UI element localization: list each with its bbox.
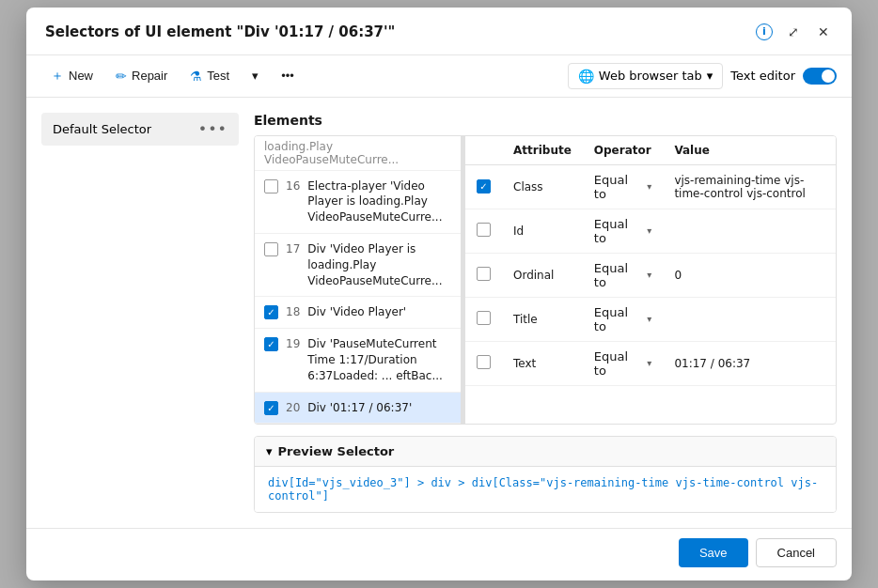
attr-0-checkbox[interactable]: ✓ xyxy=(477,179,491,193)
row-18-checkbox[interactable]: ✓ xyxy=(264,305,278,319)
toolbar-right: 🌐 Web browser tab ▾ Text editor xyxy=(568,63,837,89)
elements-list: loading.Play VideoPauseMuteCurre... 16 E… xyxy=(255,136,462,425)
preview-content: div[Id="vjs_video_3"] > div > div[Class=… xyxy=(255,467,836,512)
test-button[interactable]: ⚗ Test xyxy=(180,64,239,88)
row-18-text: Div 'Video Player' xyxy=(307,304,406,320)
table-row[interactable]: 17 Div 'Video Player is loading.Play Vid… xyxy=(255,234,461,297)
attr-col-checkbox xyxy=(465,136,502,165)
attributes-table: Attribute Operator Value ✓ClassEqual to▾… xyxy=(465,136,836,386)
row-20-text: Div '01:17 / 06:37' xyxy=(307,400,412,416)
attr-2-checkbox[interactable] xyxy=(477,267,491,281)
attr-3-name: Title xyxy=(502,297,583,341)
attr-row: ✓ClassEqual to▾vjs-remaining-time vjs-ti… xyxy=(465,164,836,209)
attr-1-operator[interactable]: Equal to▾ xyxy=(583,209,664,253)
repair-label: Repair xyxy=(132,69,167,83)
text-editor-label: Text editor xyxy=(730,69,795,83)
attr-row: OrdinalEqual to▾0 xyxy=(465,253,836,297)
attr-table-header: Attribute Operator Value xyxy=(465,136,836,165)
attr-0-operator[interactable]: Equal to▾ xyxy=(583,164,664,209)
attr-4-operator[interactable]: Equal to▾ xyxy=(583,341,664,385)
row-18-num: 18 xyxy=(286,305,300,318)
default-selector-item[interactable]: Default Selector ••• xyxy=(41,113,239,146)
more-options-button[interactable]: ▾ xyxy=(243,64,268,87)
cancel-button[interactable]: Cancel xyxy=(756,538,837,567)
preview-section: ▾ Preview Selector div[Id="vjs_video_3"]… xyxy=(254,436,837,513)
web-browser-tab-chevron: ▾ xyxy=(707,69,713,83)
row-20-checkbox[interactable]: ✓ xyxy=(264,401,278,415)
row-19-checkbox[interactable]: ✓ xyxy=(264,337,278,351)
attr-4-value: 01:17 / 06:37 xyxy=(663,341,836,385)
dots-icon: ••• xyxy=(281,69,294,83)
titlebar-actions: ⤢ ✕ xyxy=(780,19,837,45)
attr-row: TitleEqual to▾ xyxy=(465,297,836,341)
selector-label: Default Selector xyxy=(53,122,151,136)
attr-4-checkbox[interactable] xyxy=(477,355,491,369)
attr-2-name: Ordinal xyxy=(502,253,583,297)
attributes-area: Attribute Operator Value ✓ClassEqual to▾… xyxy=(465,136,836,425)
operator-label: Equal to xyxy=(594,217,644,245)
attr-col-value: Value xyxy=(663,136,836,165)
text-editor-toggle[interactable] xyxy=(803,68,837,85)
table-row[interactable]: ✓ 20 Div '01:17 / 06:37' xyxy=(255,393,461,425)
attr-1-checkbox[interactable] xyxy=(477,223,491,237)
plus-icon: ＋ xyxy=(51,68,64,85)
row-17-checkbox[interactable] xyxy=(264,242,278,256)
repair-button[interactable]: ✏ Repair xyxy=(106,64,177,88)
selector-dots-icon: ••• xyxy=(198,120,227,138)
attr-0-name: Class xyxy=(502,164,583,209)
table-row[interactable]: ✓ 19 Div 'PauseMuteCurrent Time 1:17/Dur… xyxy=(255,329,461,392)
attr-col-operator: Operator xyxy=(583,136,664,165)
dots-menu-button[interactable]: ••• xyxy=(272,64,304,87)
attr-3-checkbox[interactable] xyxy=(477,311,491,325)
web-browser-tab-label: Web browser tab xyxy=(599,69,702,83)
row-20-num: 20 xyxy=(286,401,300,414)
save-button[interactable]: Save xyxy=(679,538,748,567)
row-16-text: Electra-player 'Video Player is loading.… xyxy=(307,178,451,225)
attr-row: IdEqual to▾ xyxy=(465,209,836,253)
text-editor-section: Text editor xyxy=(730,68,837,85)
preview-header[interactable]: ▾ Preview Selector xyxy=(255,437,836,467)
web-browser-tab[interactable]: 🌐 Web browser tab ▾ xyxy=(568,63,723,89)
attr-3-value xyxy=(663,297,836,341)
operator-label: Equal to xyxy=(594,261,644,289)
minimize-button[interactable]: ⤢ xyxy=(780,19,807,45)
dialog-body: Default Selector ••• Elements loading.Pl… xyxy=(26,98,852,529)
row-17-text: Div 'Video Player is loading.Play VideoP… xyxy=(307,241,451,288)
attr-col-name: Attribute xyxy=(502,136,583,165)
elements-truncated-top: loading.Play VideoPauseMuteCurre... xyxy=(255,136,461,171)
chevron-down-icon: ▾ xyxy=(252,69,259,83)
globe-icon: 🌐 xyxy=(578,69,594,84)
elements-title: Elements xyxy=(254,113,837,128)
operator-label: Equal to xyxy=(594,305,644,333)
toolbar: ＋ New ✏ Repair ⚗ Test ▾ ••• 🌐 Web browse… xyxy=(26,55,852,98)
attr-0-value: vjs-remaining-time vjs-time-control vjs-… xyxy=(663,164,836,209)
row-19-num: 19 xyxy=(286,337,300,350)
test-icon: ⚗ xyxy=(190,69,202,84)
table-row[interactable]: 16 Electra-player 'Video Player is loadi… xyxy=(255,171,461,234)
table-row[interactable]: ✓ 18 Div 'Video Player' xyxy=(255,297,461,329)
attr-3-operator[interactable]: Equal to▾ xyxy=(583,297,664,341)
info-icon[interactable]: i xyxy=(756,23,773,40)
attr-2-operator[interactable]: Equal to▾ xyxy=(583,253,664,297)
right-panel: Elements loading.Play VideoPauseMuteCurr… xyxy=(254,113,837,514)
left-panel: Default Selector ••• xyxy=(41,113,239,514)
close-button[interactable]: ✕ xyxy=(810,19,837,45)
attr-2-value: 0 xyxy=(663,253,836,297)
operator-chevron: ▾ xyxy=(647,225,651,236)
dialog-footer: Save Cancel xyxy=(26,528,852,580)
new-label: New xyxy=(69,69,93,83)
operator-chevron: ▾ xyxy=(647,314,651,324)
row-19-text: Div 'PauseMuteCurrent Time 1:17/Duration… xyxy=(307,336,451,383)
row-16-num: 16 xyxy=(286,179,300,193)
row-16-checkbox[interactable] xyxy=(264,179,278,193)
dialog-title: Selectors of UI element "Div '01:17 / 06… xyxy=(45,23,748,40)
test-label: Test xyxy=(207,69,229,83)
elements-container: loading.Play VideoPauseMuteCurre... 16 E… xyxy=(254,135,837,426)
new-button[interactable]: ＋ New xyxy=(41,63,102,89)
dialog-titlebar: Selectors of UI element "Div '01:17 / 06… xyxy=(26,8,852,55)
attr-1-value xyxy=(663,209,836,253)
preview-title: Preview Selector xyxy=(278,444,395,458)
attr-4-name: Text xyxy=(502,341,583,385)
operator-label: Equal to xyxy=(594,173,644,201)
attr-1-name: Id xyxy=(502,209,583,253)
